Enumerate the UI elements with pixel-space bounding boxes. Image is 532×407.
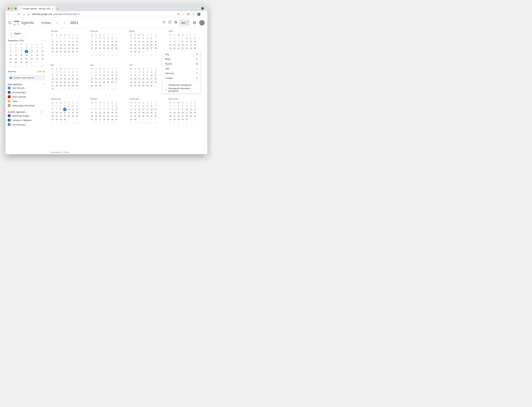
day-cell[interactable]: 1 <box>90 37 94 40</box>
mini-day[interactable]: 5 <box>13 64 18 68</box>
day-cell[interactable]: 4 <box>106 70 110 74</box>
day-cell[interactable]: 17 <box>189 43 193 47</box>
mini-day[interactable]: 2 <box>34 61 40 64</box>
day-cell[interactable]: 15 <box>181 43 185 47</box>
prev-period-icon[interactable]: ‹ <box>55 21 60 24</box>
day-cell[interactable]: 6 <box>173 40 177 43</box>
apps-grid-icon[interactable] <box>193 21 196 24</box>
day-cell[interactable]: 2 <box>133 37 137 40</box>
day-cell[interactable]: 1 <box>94 70 98 74</box>
day-cell[interactable]: 1 <box>67 118 71 121</box>
day-cell[interactable]: 29 <box>129 50 133 54</box>
day-cell[interactable]: 8 <box>129 108 133 111</box>
add-calendar-icon[interactable]: ＋ <box>39 110 42 114</box>
day-cell[interactable]: 4 <box>50 40 55 43</box>
calendar-checkbox[interactable]: ✓ <box>8 91 10 94</box>
day-cell[interactable]: 13 <box>63 77 67 81</box>
day-cell[interactable]: 30 <box>145 84 149 87</box>
day-cell[interactable]: 3 <box>149 50 153 54</box>
side-panel-toggle-icon[interactable]: › <box>204 150 205 153</box>
day-cell[interactable]: 6 <box>63 74 67 77</box>
day-cell[interactable]: 5 <box>71 87 75 91</box>
day-cell[interactable]: 12 <box>106 54 110 57</box>
day-cell[interactable]: 10 <box>145 121 149 125</box>
day-cell[interactable]: 6 <box>133 74 137 77</box>
day-cell[interactable]: 30 <box>173 37 177 40</box>
day-cell[interactable]: 26 <box>106 47 110 50</box>
mini-day[interactable]: 30 <box>24 61 29 64</box>
day-cell[interactable]: 6 <box>181 121 185 125</box>
day-cell[interactable]: 8 <box>67 40 71 43</box>
day-cell[interactable]: 25 <box>102 47 106 50</box>
day-cell[interactable]: 3 <box>137 104 141 108</box>
calendar-item[interactable]: ✓Holidays in Belgium <box>8 118 45 122</box>
day-cell[interactable]: 11 <box>50 43 55 47</box>
day-cell[interactable]: 15 <box>106 111 110 115</box>
month-title[interactable]: Maart <box>129 30 165 32</box>
day-cell[interactable]: 27 <box>55 70 59 74</box>
profile-indicator-icon[interactable] <box>201 7 204 10</box>
create-button[interactable]: + Maken <box>8 30 24 37</box>
day-cell[interactable]: 17 <box>137 111 141 115</box>
mini-next-icon[interactable]: › <box>44 39 45 42</box>
day-cell[interactable]: 21 <box>114 43 118 47</box>
day-cell[interactable]: 2 <box>145 70 149 74</box>
day-cell[interactable]: 30 <box>59 37 63 40</box>
day-cell[interactable]: 11 <box>193 40 197 43</box>
calendar-checkbox[interactable]: ✓ <box>8 114 10 117</box>
help-icon[interactable]: ? <box>168 21 172 25</box>
month-title[interactable]: Oktober <box>90 98 126 100</box>
day-cell[interactable]: 4 <box>173 121 177 125</box>
day-cell[interactable]: 1 <box>102 84 106 87</box>
day-cell[interactable]: 19 <box>129 81 133 84</box>
day-cell[interactable]: 25 <box>106 81 110 84</box>
toggle-declined[interactable]: ✓ Geweigerde afspraken weergeven <box>162 87 201 92</box>
day-cell[interactable]: 30 <box>102 104 106 108</box>
day-cell[interactable]: 26 <box>145 115 149 118</box>
calendar-checkbox[interactable]: ✓ <box>8 86 10 89</box>
day-cell[interactable]: 27 <box>133 84 137 87</box>
browser-avatar-icon[interactable] <box>197 13 201 16</box>
day-cell[interactable]: 30 <box>98 84 102 87</box>
day-cell[interactable]: 3 <box>149 70 153 74</box>
day-cell[interactable]: 16 <box>75 77 79 81</box>
mini-day[interactable]: 8 <box>29 64 34 68</box>
day-cell[interactable]: 8 <box>67 121 71 125</box>
day-cell[interactable]: 18 <box>71 111 75 115</box>
day-cell[interactable]: 1 <box>50 54 55 57</box>
day-cell[interactable]: 29 <box>67 50 71 54</box>
day-cell[interactable]: 26 <box>94 118 98 121</box>
day-cell[interactable]: 18 <box>102 43 106 47</box>
day-cell[interactable]: 6 <box>169 108 173 111</box>
day-cell[interactable]: 25 <box>193 47 197 50</box>
day-cell[interactable]: 11 <box>55 77 59 81</box>
mini-day[interactable]: 16 <box>24 54 29 57</box>
day-cell[interactable]: 10 <box>137 40 141 43</box>
mini-day[interactable]: 29 <box>18 61 24 64</box>
day-cell[interactable]: 6 <box>59 40 63 43</box>
day-cell[interactable]: 2 <box>71 118 75 121</box>
day-cell[interactable]: 7 <box>98 87 102 91</box>
day-cell[interactable]: 20 <box>63 81 67 84</box>
day-cell[interactable]: 1 <box>129 104 133 108</box>
day-cell[interactable]: 7 <box>102 108 106 111</box>
day-cell[interactable]: 15 <box>71 77 75 81</box>
day-cell[interactable]: 10 <box>185 108 189 111</box>
calendar-checkbox[interactable]: ✓ <box>8 119 10 121</box>
day-cell[interactable]: 29 <box>129 118 133 121</box>
mini-day[interactable]: 14 <box>13 54 18 57</box>
minimize-window-icon[interactable] <box>11 8 13 9</box>
view-option-planning[interactable]: PlanningA <box>162 71 201 76</box>
day-cell[interactable]: 3 <box>50 74 55 77</box>
day-cell[interactable]: 29 <box>106 118 110 121</box>
day-cell[interactable]: 21 <box>55 115 59 118</box>
day-cell[interactable]: 5 <box>129 74 133 77</box>
puzzle-icon[interactable]: ✦ <box>192 13 195 16</box>
back-icon[interactable]: ← <box>7 13 10 16</box>
maximize-window-icon[interactable] <box>15 8 17 9</box>
day-cell[interactable]: 8 <box>71 74 75 77</box>
day-cell[interactable]: 9 <box>181 108 185 111</box>
day-cell[interactable]: 10 <box>50 77 55 81</box>
chevron-up-icon[interactable]: ⌃ <box>43 110 45 114</box>
day-cell[interactable]: 25 <box>153 81 158 84</box>
